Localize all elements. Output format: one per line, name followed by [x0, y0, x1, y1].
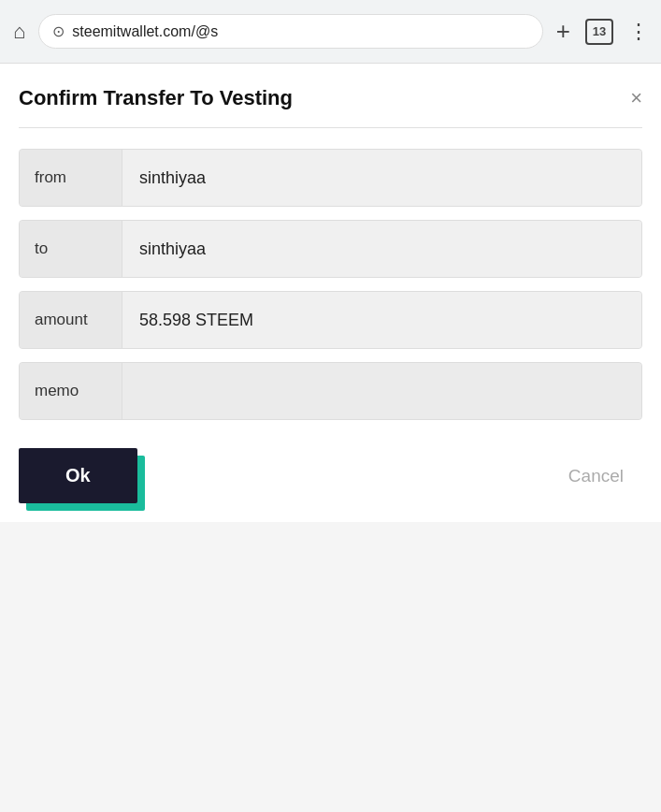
dialog-divider	[19, 127, 642, 128]
url-text: steemitwallet.com/@s	[72, 23, 218, 40]
from-label: from	[20, 150, 122, 206]
cancel-button[interactable]: Cancel	[550, 457, 642, 496]
amount-row: amount 58.598 STEEM	[19, 291, 642, 349]
amount-value: 58.598 STEEM	[122, 292, 641, 348]
memo-value	[122, 363, 641, 419]
from-value: sinthiyaa	[122, 150, 641, 206]
ok-button[interactable]: Ok	[19, 448, 137, 503]
from-row: from sinthiyaa	[19, 149, 642, 207]
dialog-header: Confirm Transfer To Vesting ×	[19, 86, 642, 110]
browser-menu-icon[interactable]: ⋮	[628, 20, 648, 44]
memo-row: memo	[19, 362, 642, 420]
dialog-title: Confirm Transfer To Vesting	[19, 86, 293, 110]
to-value: sinthiyaa	[122, 221, 641, 277]
to-label: to	[20, 221, 122, 277]
button-row: Ok Cancel	[19, 448, 642, 503]
to-row: to sinthiyaa	[19, 220, 642, 278]
browser-bar: ⌂ ⊙ steemitwallet.com/@s + 13 ⋮	[0, 0, 661, 64]
ok-button-wrapper: Ok	[19, 448, 137, 503]
dialog-content: Confirm Transfer To Vesting × from sinth…	[0, 64, 661, 522]
url-bar[interactable]: ⊙ steemitwallet.com/@s	[38, 14, 543, 49]
browser-actions: + 13 ⋮	[556, 17, 648, 46]
memo-label: memo	[20, 363, 122, 419]
connection-icon: ⊙	[52, 22, 65, 40]
close-button[interactable]: ×	[630, 88, 642, 109]
new-tab-icon[interactable]: +	[556, 17, 570, 46]
tabs-count-badge[interactable]: 13	[585, 19, 613, 45]
amount-label: amount	[20, 292, 122, 348]
home-icon[interactable]: ⌂	[13, 20, 25, 44]
